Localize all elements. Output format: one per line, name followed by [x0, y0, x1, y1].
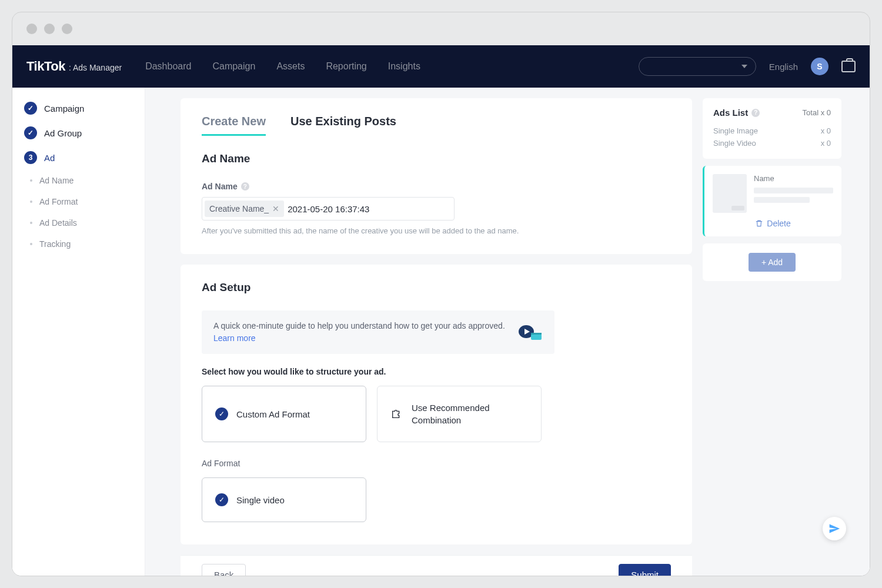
learn-more-link[interactable]: Learn more	[213, 333, 256, 343]
brand-logo: TikTok : Ads Manager	[26, 59, 122, 74]
approval-guide-banner: A quick one-minute guide to help you und…	[202, 310, 554, 354]
tab-use-existing[interactable]: Use Existing Posts	[290, 115, 396, 136]
trash-icon	[755, 219, 763, 228]
substep-ad-name[interactable]: Ad Name	[12, 170, 145, 191]
nav-reporting[interactable]: Reporting	[326, 61, 366, 72]
structure-select-label: Select how you would like to structure y…	[202, 367, 671, 376]
svg-rect-3	[531, 333, 542, 335]
ad-preview-card[interactable]: Name Delete	[703, 166, 841, 236]
dot-icon	[30, 222, 32, 224]
step-campaign[interactable]: Campaign	[12, 96, 145, 121]
ad-name-card: Create New Use Existing Posts Ad Name Ad…	[181, 98, 692, 254]
add-ad-card: + Add	[703, 243, 841, 281]
brand-subtitle: : Ads Manager	[69, 63, 122, 72]
nav-insights[interactable]: Insights	[388, 61, 420, 72]
skeleton-line	[754, 197, 810, 203]
ads-list-panel: Ads List ? Total x 0 Single Image x 0 Si…	[703, 98, 841, 159]
brand-name: TikTok	[26, 59, 65, 74]
delete-ad-button[interactable]: Delete	[713, 219, 833, 228]
skeleton-line	[754, 188, 833, 193]
substep-ad-format[interactable]: Ad Format	[12, 191, 145, 212]
footer-bar: Back Submit	[181, 555, 692, 576]
step-label: Ad	[44, 153, 55, 163]
language-switch[interactable]: English	[769, 62, 798, 72]
banner-text: A quick one-minute guide to help you und…	[213, 320, 507, 345]
user-avatar[interactable]: S	[811, 58, 828, 75]
ads-list-row-image: Single Image x 0	[713, 125, 831, 137]
nav-campaign[interactable]: Campaign	[212, 61, 255, 72]
step-ad-group[interactable]: Ad Group	[12, 121, 145, 145]
briefcase-icon[interactable]	[841, 61, 856, 72]
ad-name-help-text: After you've submitted this ad, the name…	[202, 226, 671, 235]
help-icon[interactable]: ?	[751, 109, 760, 117]
check-icon	[215, 407, 228, 420]
add-ad-button[interactable]: + Add	[749, 253, 796, 272]
help-fab[interactable]	[823, 517, 846, 540]
main-nav: Dashboard Campaign Assets Reporting Insi…	[145, 61, 420, 72]
help-icon[interactable]: ?	[241, 182, 249, 191]
dot-icon	[30, 243, 32, 245]
ad-name-input[interactable]: Creative Name_ ✕ 2021-05-20 16:37:43	[202, 197, 455, 220]
left-sidebar: Campaign Ad Group 3 Ad Ad Name Ad Format…	[12, 88, 145, 576]
dot-icon	[30, 179, 32, 182]
traffic-light-zoom[interactable]	[62, 24, 72, 34]
step-label: Campaign	[44, 103, 84, 113]
check-icon	[215, 493, 228, 506]
section-title-ad-name: Ad Name	[202, 152, 671, 165]
nav-assets[interactable]: Assets	[276, 61, 305, 72]
traffic-light-minimize[interactable]	[44, 24, 55, 34]
submit-button[interactable]: Submit	[619, 564, 671, 576]
send-icon	[828, 523, 840, 534]
ad-name-field-label: Ad Name ?	[202, 182, 671, 191]
ad-setup-card: Ad Setup A quick one-minute guide to hel…	[181, 265, 692, 544]
check-icon	[24, 102, 37, 115]
puzzle-icon	[390, 407, 403, 420]
svg-rect-2	[531, 334, 542, 340]
check-icon	[24, 126, 37, 139]
preview-name-label: Name	[754, 174, 833, 183]
ad-name-value: 2021-05-20 16:37:43	[288, 204, 369, 214]
ads-list-row-video: Single Video x 0	[713, 137, 831, 149]
tab-create-new[interactable]: Create New	[202, 115, 266, 136]
account-selector[interactable]	[639, 57, 756, 76]
option-recommended-combination[interactable]: Use Recommended Combination	[377, 386, 542, 442]
substep-ad-details[interactable]: Ad Details	[12, 212, 145, 233]
tag-remove-icon[interactable]: ✕	[272, 204, 279, 213]
option-single-video[interactable]: Single video	[202, 477, 366, 522]
step-ad[interactable]: 3 Ad	[12, 145, 145, 170]
back-button[interactable]: Back	[202, 564, 246, 576]
step-label: Ad Group	[44, 128, 82, 138]
substep-tracking[interactable]: Tracking	[12, 233, 145, 255]
preview-thumbnail	[713, 174, 747, 213]
creative-name-tag: Creative Name_ ✕	[205, 201, 284, 217]
ads-list-total: Total x 0	[803, 108, 831, 117]
browser-chrome	[12, 12, 870, 45]
step-number-badge: 3	[24, 151, 37, 164]
option-custom-format[interactable]: Custom Ad Format	[202, 386, 366, 442]
dot-icon	[30, 201, 32, 203]
section-title-ad-setup: Ad Setup	[202, 281, 671, 294]
ad-format-label: Ad Format	[202, 459, 671, 468]
app-header: TikTok : Ads Manager Dashboard Campaign …	[12, 45, 870, 88]
traffic-light-close[interactable]	[26, 24, 37, 34]
nav-dashboard[interactable]: Dashboard	[145, 61, 191, 72]
video-guide-icon[interactable]	[518, 323, 543, 341]
ads-list-title: Ads List ?	[713, 108, 760, 118]
